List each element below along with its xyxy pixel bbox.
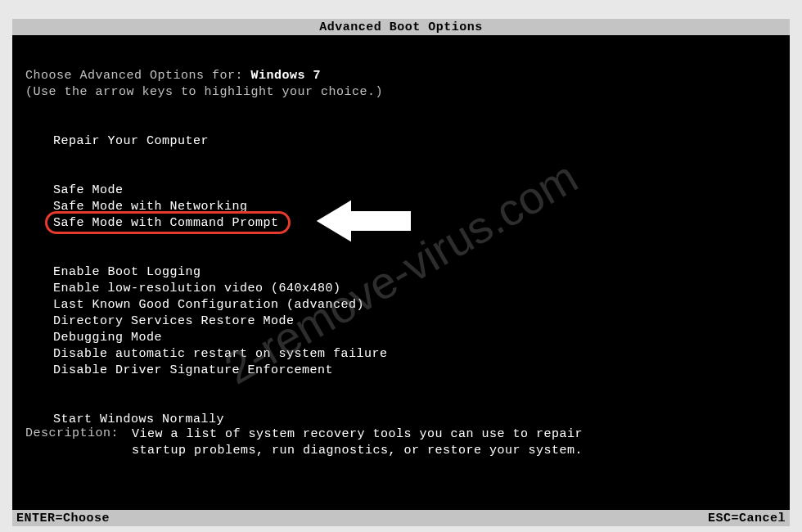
title-bar: Advanced Boot Options: [12, 19, 790, 35]
footer-esc: ESC=Cancel: [708, 512, 786, 525]
os-name: Windows 7: [251, 69, 322, 83]
option-ds-restore[interactable]: Directory Services Restore Mode: [53, 313, 777, 330]
instruction-line-2: (Use the arrow keys to highlight your ch…: [25, 84, 777, 101]
spacer: [53, 232, 777, 264]
option-repair[interactable]: Repair Your Computer: [53, 133, 777, 150]
option-last-known-good[interactable]: Last Known Good Configuration (advanced): [53, 297, 777, 313]
option-start-normally[interactable]: Start Windows Normally: [53, 412, 777, 428]
description-block: Description: View a list of system recov…: [25, 426, 590, 459]
boot-screen: 2-remove-virus.com Advanced Boot Options…: [12, 19, 790, 526]
title-text: Advanced Boot Options: [319, 20, 483, 34]
instruction-block: Choose Advanced Options for: Windows 7 (…: [25, 68, 777, 101]
option-low-res[interactable]: Enable low-resolution video (640x480): [53, 281, 777, 297]
footer-bar: ENTER=Choose ESC=Cancel: [12, 510, 790, 526]
option-no-sig-enforce[interactable]: Disable Driver Signature Enforcement: [53, 363, 777, 379]
boot-options-list: Repair Your Computer Safe Mode Safe Mode…: [53, 133, 777, 428]
content-area: Choose Advanced Options for: Windows 7 (…: [12, 68, 790, 428]
option-safe-mode[interactable]: Safe Mode: [53, 183, 777, 199]
option-safe-mode-networking[interactable]: Safe Mode with Networking: [53, 199, 777, 215]
option-safe-mode-cmd[interactable]: Safe Mode with Command Prompt: [53, 215, 279, 232]
spacer: [53, 379, 777, 412]
option-boot-logging[interactable]: Enable Boot Logging: [53, 264, 777, 281]
instruction-line-1: Choose Advanced Options for: Windows 7: [25, 68, 777, 84]
footer-enter: ENTER=Choose: [16, 512, 110, 525]
description-text: View a list of system recovery tools you…: [132, 426, 590, 459]
spacer: [53, 150, 777, 183]
option-safe-mode-cmd-label: Safe Mode with Command Prompt: [53, 216, 279, 230]
instruction-prefix: Choose Advanced Options for:: [25, 69, 251, 83]
description-label: Description:: [25, 426, 132, 459]
option-no-auto-restart[interactable]: Disable automatic restart on system fail…: [53, 346, 777, 363]
option-debug[interactable]: Debugging Mode: [53, 330, 777, 346]
